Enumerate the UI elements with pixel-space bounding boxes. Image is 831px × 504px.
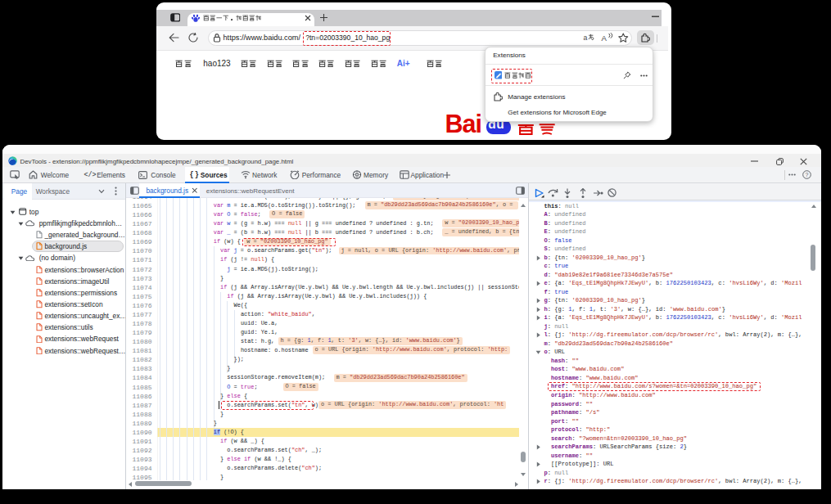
svg-text:?: ? — [806, 172, 809, 178]
